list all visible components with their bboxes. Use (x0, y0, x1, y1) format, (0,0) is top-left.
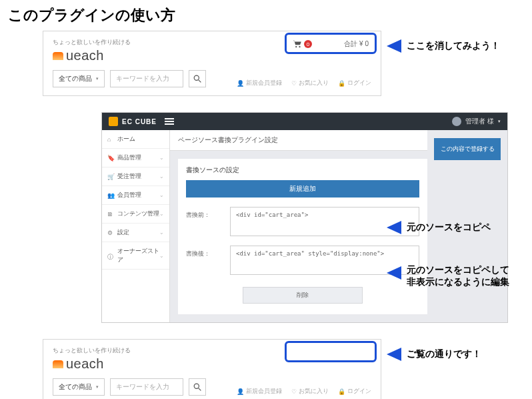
person-plus-icon: 👤 (237, 80, 244, 87)
chevron-down-icon: ▾ (498, 119, 501, 124)
svg-line-3 (199, 80, 201, 83)
sidebar-item-0[interactable]: ⌂ホーム (102, 130, 169, 149)
search-icon (193, 75, 201, 83)
cart-total: 合計 ¥ 0 (344, 39, 369, 49)
svg-point-0 (295, 46, 297, 47)
before-label: 書換前： (186, 207, 221, 220)
sidebar-icon: 🗎 (107, 211, 113, 217)
favorites-link[interactable]: ♡お気に入り (291, 79, 329, 87)
save-button[interactable]: この内容で登録する (434, 138, 501, 160)
breadcrumb: ページソース書換プラグイン設定 (170, 130, 427, 151)
chevron-down-icon: ⌄ (159, 253, 164, 259)
lock-icon: 🔒 (338, 80, 345, 87)
heart-icon: ♡ (291, 80, 297, 87)
after-label: 書換後： (186, 246, 221, 258)
page-title: このプラグインの使い方 (8, 5, 524, 25)
tagline: ちょっと欲しいを作り続ける (53, 346, 371, 355)
arrow-left-icon (387, 266, 401, 280)
sidebar-icon: 🔖 (107, 155, 113, 161)
cube-icon (109, 117, 118, 126)
svg-point-1 (299, 46, 300, 47)
chevron-down-icon: ⌄ (159, 173, 164, 179)
sidebar-icon: 🛒 (107, 173, 113, 179)
sidebar-item-6[interactable]: ⓘオーナーズストア⌄ (102, 242, 169, 270)
annotation-3: 元のソースをコピペして 非表示になるように編集 (387, 264, 509, 288)
svg-point-2 (194, 75, 199, 80)
signup-link[interactable]: 👤新規会員登録 (237, 387, 282, 396)
annotation-4: ご覧の通りです！ (387, 348, 481, 361)
chevron-down-icon: ⌄ (159, 155, 164, 161)
annotation-1: ここを消してみよう！ (387, 39, 500, 53)
storefront-header-after: ちょっと欲しいを作り続ける ueach 全ての商品 ▾ キーワードを入力 👤新規… (43, 339, 381, 399)
eccube-logo: EC CUBE (109, 117, 157, 126)
search-icon (193, 383, 201, 391)
brand-text: ueach (66, 48, 104, 63)
search-button[interactable] (189, 378, 206, 396)
sidebar-item-1[interactable]: 🔖商品管理⌄ (102, 149, 169, 167)
arrow-left-icon (387, 348, 401, 361)
arrow-left-icon (387, 221, 401, 234)
sidebar-icon: ⚙ (107, 230, 113, 236)
admin-sidebar: ⌂ホーム🔖商品管理⌄🛒受注管理⌄👥会員管理⌄🗎コンテンツ管理⌄⚙設定⌄ⓘオーナー… (102, 130, 170, 322)
chevron-down-icon: ▾ (96, 384, 99, 390)
shop-logo: ueach (53, 356, 371, 372)
user-links: 👤新規会員登録 ♡お気に入り 🔒ログイン (237, 79, 371, 87)
chevron-down-icon: ⌄ (159, 192, 164, 198)
favorites-link[interactable]: ♡お気に入り (291, 387, 329, 396)
admin-panel: EC CUBE 管理者 様 ▾ ⌂ホーム🔖商品管理⌄🛒受注管理⌄👥会員管理⌄🗎コ… (101, 112, 508, 323)
hamburger-icon[interactable] (165, 121, 174, 122)
category-select[interactable]: 全ての商品 ▾ (53, 70, 105, 87)
category-select[interactable]: 全ての商品 ▾ (53, 378, 105, 396)
login-link[interactable]: 🔒ログイン (338, 387, 371, 396)
person-plus-icon: 👤 (237, 388, 244, 395)
add-new-button[interactable]: 新規追加 (186, 180, 419, 197)
login-link[interactable]: 🔒ログイン (338, 79, 371, 87)
sidebar-item-3[interactable]: 👥会員管理⌄ (102, 186, 169, 205)
lock-icon: 🔒 (338, 388, 345, 395)
sidebar-icon: ⌂ (107, 136, 113, 142)
sidebar-icon: 👥 (107, 192, 113, 198)
logo-mark (53, 52, 63, 60)
keyword-input[interactable]: キーワードを入力 (110, 70, 183, 87)
annotation-2: 元のソースをコピペ (387, 221, 491, 234)
storefront-header-before: ちょっと欲しいを作り続ける ueach 0 合計 ¥ 0 全ての商品 ▾ キーワ… (43, 31, 381, 96)
svg-point-4 (194, 384, 199, 388)
avatar-icon (452, 117, 461, 126)
signup-link[interactable]: 👤新規会員登録 (237, 79, 282, 87)
heart-icon: ♡ (291, 388, 297, 395)
chevron-down-icon: ⌄ (159, 230, 164, 236)
chevron-down-icon: ▾ (96, 76, 99, 81)
delete-button[interactable]: 削除 (243, 287, 363, 304)
logo-mark (53, 360, 63, 368)
keyword-input[interactable]: キーワードを入力 (110, 378, 183, 396)
cart-icon (293, 40, 302, 48)
search-button[interactable] (189, 70, 206, 87)
sidebar-item-4[interactable]: 🗎コンテンツ管理⌄ (102, 205, 169, 224)
settings-panel: 書換ソースの設定 新規追加 書換前： <div id="cart_area"> … (178, 159, 427, 314)
cart-count-badge: 0 (304, 40, 312, 48)
admin-user[interactable]: 管理者 様 ▾ (452, 117, 501, 126)
sidebar-item-5[interactable]: ⚙設定⌄ (102, 224, 169, 242)
sidebar-item-2[interactable]: 🛒受注管理⌄ (102, 167, 169, 186)
svg-line-5 (199, 388, 201, 391)
admin-topbar: EC CUBE 管理者 様 ▾ (102, 113, 507, 130)
brand-text: ueach (66, 356, 104, 372)
cart-area[interactable]: 0 合計 ¥ 0 (287, 35, 374, 53)
panel-title: 書換ソースの設定 (186, 165, 419, 180)
arrow-left-icon (387, 39, 401, 53)
user-links: 👤新規会員登録 ♡お気に入り 🔒ログイン (237, 387, 371, 396)
sidebar-icon: ⓘ (107, 253, 113, 259)
chevron-down-icon: ⌄ (159, 211, 164, 217)
